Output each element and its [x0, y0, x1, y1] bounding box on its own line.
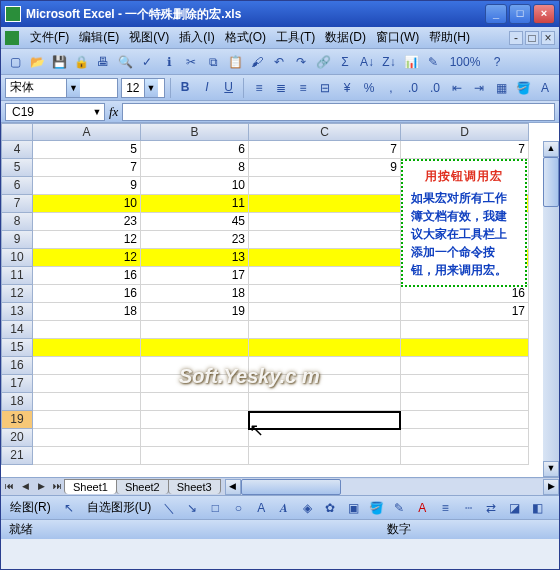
redo-icon[interactable]: ↷	[291, 52, 311, 72]
inc-indent-icon[interactable]: ⇥	[469, 78, 489, 98]
spell-icon[interactable]: ✓	[137, 52, 157, 72]
cell[interactable]: 17	[401, 303, 529, 321]
row-header[interactable]: 17	[1, 375, 33, 393]
cell[interactable]	[33, 339, 141, 357]
cell[interactable]: 16	[33, 267, 141, 285]
name-box[interactable]: C19 ▼	[5, 103, 105, 121]
cell[interactable]	[141, 321, 249, 339]
col-header[interactable]: D	[401, 123, 529, 141]
wordart-icon[interactable]: 𝑨	[274, 498, 294, 518]
cell[interactable]	[33, 429, 141, 447]
zoom-icon[interactable]: 100%	[445, 52, 485, 72]
col-header[interactable]: A	[33, 123, 141, 141]
cell[interactable]: 11	[141, 195, 249, 213]
row-header[interactable]: 18	[1, 393, 33, 411]
inc-dec-icon[interactable]: .0	[403, 78, 423, 98]
open-icon[interactable]: 📂	[27, 52, 47, 72]
oval-icon[interactable]: ○	[228, 498, 248, 518]
row-header[interactable]: 11	[1, 267, 33, 285]
menu-item[interactable]: 窗口(W)	[371, 27, 424, 48]
row-header[interactable]: 10	[1, 249, 33, 267]
row-header[interactable]: 7	[1, 195, 33, 213]
cell[interactable]	[141, 429, 249, 447]
dec-dec-icon[interactable]: .0	[425, 78, 445, 98]
cell[interactable]	[141, 411, 249, 429]
row-header[interactable]: 13	[1, 303, 33, 321]
table-row[interactable]: 14	[1, 321, 559, 339]
cell[interactable]	[33, 321, 141, 339]
chevron-down-icon[interactable]: ▼	[66, 79, 80, 97]
drawing-icon[interactable]: ✎	[423, 52, 443, 72]
print-icon[interactable]: 🖶	[93, 52, 113, 72]
drawing-menu[interactable]: 绘图(R)	[5, 497, 56, 518]
dash-style-icon[interactable]: ┄	[458, 498, 478, 518]
row-header[interactable]: 6	[1, 177, 33, 195]
mdi-close[interactable]: ×	[541, 31, 555, 45]
cell[interactable]	[401, 393, 529, 411]
sheet-tab[interactable]: Sheet3	[168, 479, 221, 494]
copy-icon[interactable]: ⧉	[203, 52, 223, 72]
comma-icon[interactable]: ,	[381, 78, 401, 98]
chevron-down-icon[interactable]: ▼	[90, 107, 104, 117]
sum-icon[interactable]: Σ	[335, 52, 355, 72]
line-icon[interactable]: ＼	[159, 498, 179, 518]
research-icon[interactable]: ℹ	[159, 52, 179, 72]
picture-icon[interactable]: ▣	[343, 498, 363, 518]
cell[interactable]	[249, 195, 401, 213]
cell[interactable]	[249, 249, 401, 267]
new-icon[interactable]: ▢	[5, 52, 25, 72]
cell[interactable]	[141, 375, 249, 393]
cell[interactable]	[249, 393, 401, 411]
table-row[interactable]: 15	[1, 339, 559, 357]
vertical-scrollbar[interactable]: ▲ ▼	[543, 141, 559, 477]
cell[interactable]: 45	[141, 213, 249, 231]
cell[interactable]: 6	[141, 141, 249, 159]
italic-button[interactable]: I	[197, 78, 216, 98]
cell[interactable]: 18	[141, 285, 249, 303]
fill-color-icon[interactable]: 🪣	[366, 498, 386, 518]
row-header[interactable]: 16	[1, 357, 33, 375]
cell[interactable]: 7	[401, 141, 529, 159]
row-header[interactable]: 20	[1, 429, 33, 447]
cell[interactable]: 12	[33, 249, 141, 267]
select-icon[interactable]: ↖	[59, 498, 79, 518]
cell[interactable]	[401, 357, 529, 375]
cut-icon[interactable]: ✂	[181, 52, 201, 72]
scroll-up-icon[interactable]: ▲	[543, 141, 559, 157]
menu-item[interactable]: 视图(V)	[124, 27, 174, 48]
cell[interactable]	[249, 267, 401, 285]
table-row[interactable]: 17	[1, 375, 559, 393]
menu-item[interactable]: 格式(O)	[220, 27, 271, 48]
cell[interactable]	[141, 357, 249, 375]
preview-icon[interactable]: 🔍	[115, 52, 135, 72]
line-color-icon[interactable]: ✎	[389, 498, 409, 518]
fmtpaint-icon[interactable]: 🖌	[247, 52, 267, 72]
horizontal-scrollbar[interactable]: ◀ ▶	[225, 479, 559, 495]
row-header[interactable]: 8	[1, 213, 33, 231]
cell[interactable]: 23	[33, 213, 141, 231]
cell[interactable]: 16	[33, 285, 141, 303]
chevron-down-icon[interactable]: ▼	[144, 79, 158, 97]
align-center-icon[interactable]: ≣	[271, 78, 291, 98]
menu-item[interactable]: 工具(T)	[271, 27, 320, 48]
cell[interactable]: 16	[401, 285, 529, 303]
table-row[interactable]: 13181917	[1, 303, 559, 321]
cell[interactable]	[249, 303, 401, 321]
table-row[interactable]: 45677	[1, 141, 559, 159]
save-icon[interactable]: 💾	[49, 52, 69, 72]
cell[interactable]	[249, 429, 401, 447]
cell[interactable]	[249, 177, 401, 195]
cell[interactable]	[249, 357, 401, 375]
merge-icon[interactable]: ⊟	[315, 78, 335, 98]
sheet-tab[interactable]: Sheet2	[116, 479, 169, 494]
cell[interactable]: 12	[33, 231, 141, 249]
fill-icon[interactable]: 🪣	[513, 78, 533, 98]
col-header[interactable]: C	[249, 123, 401, 141]
cell[interactable]: 8	[141, 159, 249, 177]
sheet-tab[interactable]: Sheet1	[64, 479, 117, 494]
mdi-restore[interactable]: □	[525, 31, 539, 45]
minimize-button[interactable]: _	[485, 4, 507, 24]
scroll-down-icon[interactable]: ▼	[543, 461, 559, 477]
cell[interactable]	[401, 429, 529, 447]
cell[interactable]	[401, 321, 529, 339]
